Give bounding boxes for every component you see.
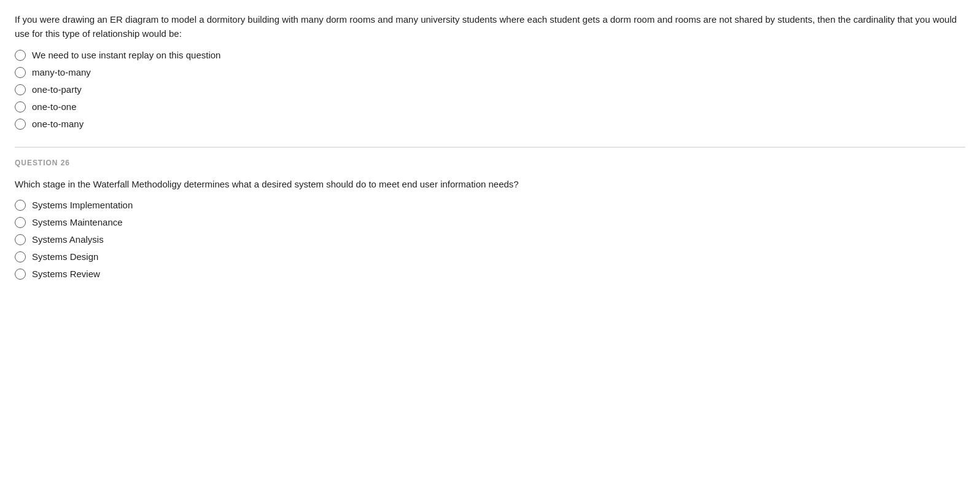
radio-q25-2[interactable] bbox=[15, 67, 26, 78]
option-label: Systems Analysis bbox=[32, 234, 104, 245]
radio-q25-1[interactable] bbox=[15, 50, 26, 61]
option-label: Systems Review bbox=[32, 269, 100, 279]
radio-q26-2[interactable] bbox=[15, 217, 26, 228]
radio-q26-3[interactable] bbox=[15, 234, 26, 245]
question-25-option-2[interactable]: many-to-many bbox=[15, 67, 965, 78]
option-label: Systems Maintenance bbox=[32, 217, 123, 227]
radio-q25-4[interactable] bbox=[15, 101, 26, 112]
option-label: Systems Implementation bbox=[32, 200, 133, 210]
question-26-label: QUESTION 26 bbox=[15, 159, 965, 167]
question-25-text: If you were drawing an ER diagram to mod… bbox=[15, 12, 965, 41]
option-label: one-to-party bbox=[32, 84, 82, 95]
option-label: one-to-one bbox=[32, 101, 77, 112]
section-divider bbox=[15, 147, 965, 148]
question-25-option-1[interactable]: We need to use instant replay on this qu… bbox=[15, 50, 965, 61]
option-label: We need to use instant replay on this qu… bbox=[32, 50, 220, 60]
question-25-option-5[interactable]: one-to-many bbox=[15, 119, 965, 130]
question-25-option-4[interactable]: one-to-one bbox=[15, 101, 965, 112]
question-26-option-1[interactable]: Systems Implementation bbox=[15, 200, 965, 211]
radio-q26-1[interactable] bbox=[15, 200, 26, 211]
question-26-option-2[interactable]: Systems Maintenance bbox=[15, 217, 965, 228]
radio-q26-5[interactable] bbox=[15, 269, 26, 280]
radio-q25-3[interactable] bbox=[15, 84, 26, 95]
question-25-block: If you were drawing an ER diagram to mod… bbox=[15, 12, 965, 130]
question-26-option-4[interactable]: Systems Design bbox=[15, 251, 965, 262]
radio-q26-4[interactable] bbox=[15, 251, 26, 262]
question-25-option-3[interactable]: one-to-party bbox=[15, 84, 965, 95]
question-26-block: QUESTION 26 Which stage in the Waterfall… bbox=[15, 159, 965, 280]
option-label: Systems Design bbox=[32, 251, 98, 262]
question-26-option-5[interactable]: Systems Review bbox=[15, 269, 965, 280]
question-26-option-3[interactable]: Systems Analysis bbox=[15, 234, 965, 245]
radio-q25-5[interactable] bbox=[15, 119, 26, 130]
option-label: one-to-many bbox=[32, 119, 84, 129]
option-label: many-to-many bbox=[32, 67, 91, 77]
question-26-text: Which stage in the Waterfall Methodoligy… bbox=[15, 177, 965, 191]
